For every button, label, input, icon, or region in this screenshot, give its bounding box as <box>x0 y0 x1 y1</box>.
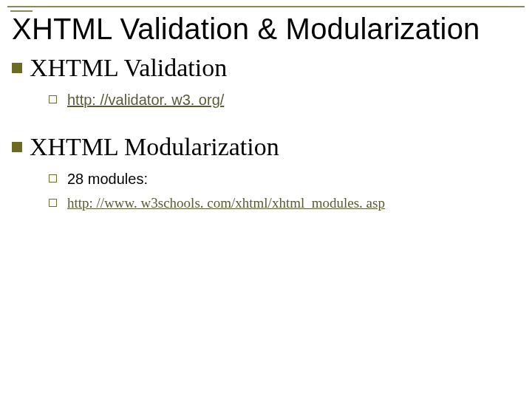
section-heading: XHTML Validation <box>30 53 227 83</box>
list-item: 28 modules: <box>49 170 525 188</box>
section-validation: XHTML Validation http: //validator. w3. … <box>12 53 525 109</box>
top-rule <box>7 6 525 7</box>
square-bullet-icon <box>12 142 22 152</box>
list-item-text: http: //www. w3schools. com/xhtml/xhtml_… <box>67 195 385 212</box>
section-modularization: XHTML Modularization 28 modules: http: /… <box>12 132 525 212</box>
section-heading: XHTML Modularization <box>30 132 279 163</box>
hollow-square-icon <box>49 199 57 207</box>
slide-body: XHTML Validation http: //validator. w3. … <box>7 53 525 211</box>
hollow-square-icon <box>49 174 57 183</box>
square-bullet-icon <box>12 63 22 73</box>
page-title: XHTML Validation & Modularization <box>12 12 525 46</box>
slide: XHTML Validation & Modularization XHTML … <box>0 0 532 399</box>
hollow-square-icon <box>49 95 57 103</box>
spacer <box>12 115 525 128</box>
list-item-text: 28 modules: <box>67 170 148 188</box>
validator-link[interactable]: http: //validator. w3. org/ <box>67 92 224 108</box>
w3schools-link[interactable]: http: //www. w3schools. com/xhtml/xhtml_… <box>67 195 385 211</box>
list-item: http: //www. w3schools. com/xhtml/xhtml_… <box>49 195 525 212</box>
list-item-text: http: //validator. w3. org/ <box>67 91 224 109</box>
list-item: http: //validator. w3. org/ <box>49 91 525 109</box>
